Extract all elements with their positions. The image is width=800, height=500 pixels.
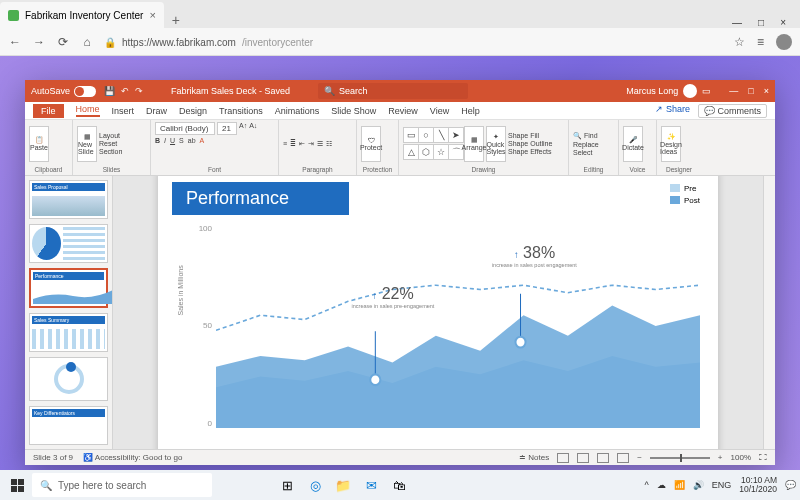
paste-button[interactable]: 📋Paste — [29, 126, 49, 162]
slide-thumb-4[interactable]: Sales Summary — [29, 313, 108, 352]
reading-list-icon[interactable]: ≡ — [757, 35, 764, 49]
forward-icon[interactable]: → — [32, 35, 46, 49]
new-slide-button[interactable]: ▦New Slide — [77, 126, 97, 162]
normal-view-icon[interactable] — [557, 453, 569, 463]
indent-left-icon[interactable]: ⇤ — [299, 140, 305, 148]
italic-icon[interactable]: I — [164, 137, 166, 144]
start-button[interactable] — [4, 472, 30, 498]
section-button[interactable]: Section — [99, 148, 122, 155]
bullets-icon[interactable]: ≡ — [283, 140, 287, 147]
zoom-in-icon[interactable]: + — [718, 453, 723, 462]
shape-outline-button[interactable]: Shape Outline — [508, 140, 552, 147]
browser-tab[interactable]: Fabrikam Inventory Center × — [0, 2, 164, 28]
menu-help[interactable]: Help — [461, 106, 480, 116]
mail-icon[interactable]: ✉ — [358, 472, 384, 498]
profile-avatar[interactable] — [776, 34, 792, 50]
network-icon[interactable]: 📶 — [674, 480, 685, 490]
back-icon[interactable]: ← — [8, 35, 22, 49]
slide-thumb-5[interactable] — [29, 357, 108, 401]
menu-review[interactable]: Review — [388, 106, 418, 116]
comments-button[interactable]: 💬 Comments — [698, 104, 767, 118]
save-icon[interactable]: 💾 — [104, 86, 115, 96]
underline-icon[interactable]: U — [170, 137, 175, 144]
refresh-icon[interactable]: ⟳ — [56, 35, 70, 49]
address-bar[interactable]: 🔒 https://www.fabrikam.com/inventorycent… — [104, 37, 724, 48]
menu-animations[interactable]: Animations — [275, 106, 320, 116]
volume-icon[interactable]: 🔊 — [693, 480, 704, 490]
vertical-scrollbar[interactable] — [763, 176, 775, 449]
shadow-icon[interactable]: ab — [188, 137, 196, 144]
minimize-icon[interactable]: — — [732, 17, 742, 28]
menu-insert[interactable]: Insert — [112, 106, 135, 116]
shape-star-icon[interactable]: ☆ — [433, 144, 449, 160]
ribbon-options-icon[interactable]: ▭ — [702, 86, 711, 96]
maximize-icon[interactable]: □ — [758, 17, 764, 28]
menu-home[interactable]: Home — [76, 104, 100, 117]
fit-window-icon[interactable]: ⛶ — [759, 453, 767, 462]
reading-view-icon[interactable] — [597, 453, 609, 463]
replace-button[interactable]: Replace — [573, 141, 599, 148]
app-maximize-icon[interactable]: □ — [748, 86, 753, 96]
layout-button[interactable]: Layout — [99, 132, 122, 139]
design-ideas-button[interactable]: ✨Design Ideas — [661, 126, 681, 162]
zoom-out-icon[interactable]: − — [637, 453, 642, 462]
store-icon[interactable]: 🛍 — [386, 472, 412, 498]
shape-hex-icon[interactable]: ⬡ — [418, 144, 434, 160]
new-tab-button[interactable]: + — [164, 12, 188, 28]
menu-draw[interactable]: Draw — [146, 106, 167, 116]
numbering-icon[interactable]: ≣ — [290, 140, 296, 148]
edge-icon[interactable]: ◎ — [302, 472, 328, 498]
align-left-icon[interactable]: ☰ — [317, 140, 323, 148]
tab-close-icon[interactable]: × — [149, 9, 155, 21]
menu-view[interactable]: View — [430, 106, 449, 116]
app-minimize-icon[interactable]: — — [729, 86, 738, 96]
tray-chevron-icon[interactable]: ^ — [644, 480, 648, 490]
font-size-select[interactable]: 21 — [217, 122, 237, 135]
taskbar-search[interactable]: 🔍Type here to search — [32, 473, 212, 497]
protect-button[interactable]: 🛡Protect — [361, 126, 381, 162]
shape-effects-button[interactable]: Shape Effects — [508, 148, 552, 155]
favorite-icon[interactable]: ☆ — [734, 35, 745, 49]
shape-rect-icon[interactable]: ▭ — [403, 127, 419, 143]
shape-circle-icon[interactable]: ○ — [418, 127, 434, 143]
slide-thumb-2[interactable] — [29, 224, 108, 263]
menu-file[interactable]: File — [33, 104, 64, 118]
find-button[interactable]: 🔍 Find — [573, 132, 599, 140]
select-button[interactable]: Select — [573, 149, 599, 156]
bold-icon[interactable]: B — [155, 137, 160, 144]
dictate-button[interactable]: 🎤Dictate — [623, 126, 643, 162]
slide-thumb-6[interactable]: Key Differentiators — [29, 406, 108, 445]
undo-icon[interactable]: ↶ — [121, 86, 129, 96]
search-input[interactable]: 🔍 Search — [318, 83, 468, 99]
menu-slideshow[interactable]: Slide Show — [331, 106, 376, 116]
slide-thumb-3[interactable]: Performance — [29, 268, 108, 307]
notes-button[interactable]: ≐ Notes — [519, 453, 549, 462]
shape-line-icon[interactable]: ╲ — [433, 127, 449, 143]
redo-icon[interactable]: ↷ — [135, 86, 143, 96]
action-center-icon[interactable]: 💬 — [785, 480, 796, 490]
indent-right-icon[interactable]: ⇥ — [308, 140, 314, 148]
strike-icon[interactable]: S — [179, 137, 184, 144]
quick-styles-button[interactable]: ✦Quick Styles — [486, 126, 506, 162]
autosave-toggle[interactable]: AutoSave — [31, 86, 96, 97]
close-icon[interactable]: × — [780, 17, 786, 28]
arrange-button[interactable]: ▦Arrange — [464, 126, 484, 162]
app-close-icon[interactable]: × — [764, 86, 769, 96]
shrink-font-icon[interactable]: A↓ — [249, 122, 257, 135]
shapes-gallery[interactable]: ▭○╲➤ △⬡☆⌒ — [403, 127, 462, 160]
explorer-icon[interactable]: 📁 — [330, 472, 356, 498]
grow-font-icon[interactable]: A↑ — [239, 122, 247, 135]
shape-fill-button[interactable]: Shape Fill — [508, 132, 552, 139]
reset-button[interactable]: Reset — [99, 140, 122, 147]
slideshow-view-icon[interactable] — [617, 453, 629, 463]
user-avatar-icon[interactable] — [683, 84, 697, 98]
shape-arrow-icon[interactable]: ➤ — [448, 127, 464, 143]
home-icon[interactable]: ⌂ — [80, 35, 94, 49]
language-icon[interactable]: ENG — [712, 480, 732, 490]
align-center-icon[interactable]: ☷ — [326, 140, 332, 148]
task-view-icon[interactable]: ⊞ — [274, 472, 300, 498]
shape-tri-icon[interactable]: △ — [403, 144, 419, 160]
slide-canvas[interactable]: Performance Pre Post Sales in Millions 1… — [158, 176, 718, 449]
clock[interactable]: 10:10 AM 10/1/2020 — [739, 476, 777, 495]
accessibility-status[interactable]: ♿ Accessibility: Good to go — [83, 453, 182, 462]
